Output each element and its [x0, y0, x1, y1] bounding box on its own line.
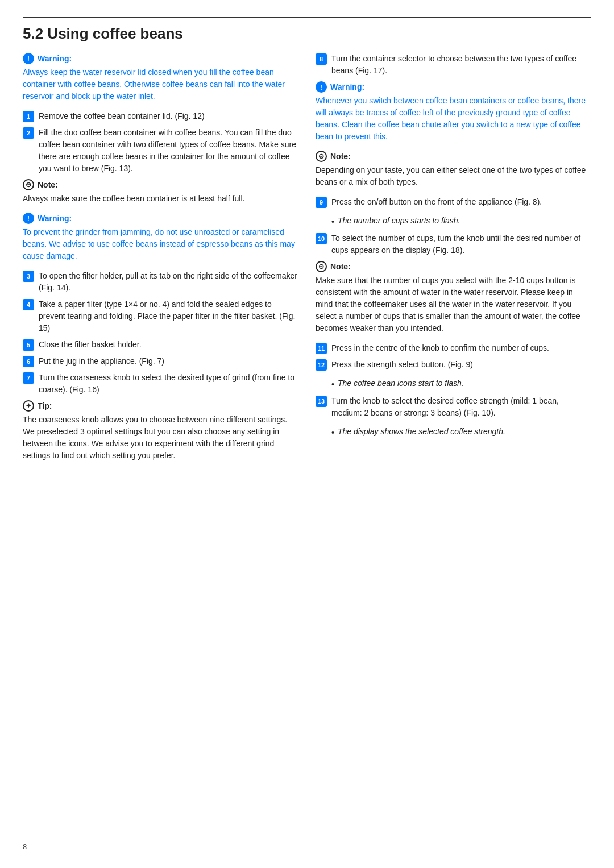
bullet-text-9: The number of cups starts to flash.: [338, 215, 460, 227]
step-text-9: Press the on/off button on the front of …: [331, 196, 542, 208]
step-item-1: 1 Remove the coffee bean container lid. …: [23, 110, 298, 122]
note-section-3: ⊝ Note: Make sure that the number of cup…: [316, 261, 591, 334]
warning-label-3: ! Warning:: [316, 81, 591, 93]
step-badge-4: 4: [23, 299, 34, 310]
step-item-4: 4 Take a paper filter (type 1×4 or no. 4…: [23, 298, 298, 334]
note-icon-2: ⊝: [316, 151, 327, 162]
step-item-3: 3 To open the filter holder, pull at its…: [23, 270, 298, 294]
note-label-2: ⊝ Note:: [316, 151, 591, 162]
step-item-9: 9 Press the on/off button on the front o…: [316, 196, 591, 228]
step-item-7: 7 Turn the coarseness knob to select the…: [23, 372, 298, 396]
note-icon-3: ⊝: [316, 261, 327, 272]
step-list-e: 11 Press in the centre of the knob to co…: [316, 342, 591, 439]
step-item-10: 10 To select the number of cups, turn th…: [316, 232, 591, 256]
step-list-b: 3 To open the filter holder, pull at its…: [23, 270, 298, 396]
step-badge-13: 13: [316, 396, 327, 407]
warning-section-2: ! Warning: To prevent the grinder from j…: [23, 213, 298, 262]
step-text-4: Take a paper filter (type 1×4 or no. 4) …: [39, 298, 298, 334]
bullet-item-9: • The number of cups starts to flash.: [331, 215, 460, 228]
step-badge-3: 3: [23, 271, 34, 282]
step-item-11: 11 Press in the centre of the knob to co…: [316, 342, 591, 354]
step-badge-2: 2: [23, 127, 34, 139]
note-section-1: ⊝ Note: Always make sure the coffee bean…: [23, 179, 298, 205]
bullet-dot-9: •: [331, 216, 334, 228]
right-column: 8 Turn the container selector to choose …: [316, 53, 591, 470]
bullet-dot-12: •: [331, 379, 334, 391]
step-badge-6: 6: [23, 356, 34, 367]
step-badge-1: 1: [23, 111, 34, 122]
note-label-3: ⊝ Note:: [316, 261, 591, 272]
step-list-c: 8 Turn the container selector to choose …: [316, 53, 591, 77]
step-text-1: Remove the coffee bean container lid. (F…: [39, 110, 298, 122]
page-number: 8: [23, 842, 27, 851]
warning-label-1: ! Warning:: [23, 53, 298, 64]
step-item-12: 12 Press the strength select button. (Fi…: [316, 359, 591, 391]
step-text-3: To open the filter holder, pull at its t…: [39, 270, 298, 294]
step-text-13: Turn the knob to select the desired coff…: [331, 395, 591, 419]
step-list-d: 9 Press the on/off button on the front o…: [316, 196, 591, 256]
step-text-8: Turn the container selector to choose be…: [331, 53, 591, 77]
step-badge-8: 8: [316, 53, 327, 65]
step-text-12: Press the strength select button. (Fig. …: [331, 359, 473, 371]
note-section-2: ⊝ Note: Depending on your taste, you can…: [316, 151, 591, 188]
step-item-13: 13 Turn the knob to select the desired c…: [316, 395, 591, 439]
step-badge-7: 7: [23, 372, 34, 384]
tip-label-1: ✦ Tip:: [23, 400, 298, 412]
step-badge-9: 9: [316, 197, 327, 208]
warning-section-1: ! Warning: Always keep the water reservo…: [23, 53, 298, 102]
step-text-6: Put the jug in the appliance. (Fig. 7): [39, 355, 298, 367]
step-item-2: 2 Fill the duo coffee bean container wit…: [23, 127, 298, 175]
note-icon-1: ⊝: [23, 179, 34, 190]
warning-label-2: ! Warning:: [23, 213, 298, 224]
warning-icon-1: !: [23, 53, 34, 64]
bullet-dot-13: •: [331, 427, 334, 439]
step-text-2: Fill the duo coffee bean container with …: [39, 127, 298, 175]
warning-text-2: To prevent the grinder from jamming, do …: [23, 226, 298, 262]
note-text-3: Make sure that the number of cups you se…: [316, 275, 591, 334]
bullet-text-13: The display shows the selected coffee st…: [338, 426, 505, 438]
warning-icon-3: !: [316, 81, 327, 93]
step-text-10: To select the number of cups, turn the k…: [331, 232, 591, 256]
warning-text-3: Whenever you switch between coffee bean …: [316, 95, 591, 143]
bullet-text-12: The coffee bean icons start to flash.: [338, 377, 464, 389]
step-list-a: 1 Remove the coffee bean container lid. …: [23, 110, 298, 175]
warning-text-1: Always keep the water reservoir lid clos…: [23, 67, 298, 102]
step-item-6: 6 Put the jug in the appliance. (Fig. 7): [23, 355, 298, 367]
left-column: ! Warning: Always keep the water reservo…: [23, 53, 298, 470]
note-text-2: Depending on your taste, you can either …: [316, 164, 591, 188]
tip-icon-1: ✦: [23, 400, 34, 412]
page-title: 5.2 Using coffee beans: [23, 17, 591, 43]
note-text-1: Always make sure the coffee bean contain…: [23, 193, 298, 205]
note-label-1: ⊝ Note:: [23, 179, 298, 190]
step-item-8: 8 Turn the container selector to choose …: [316, 53, 591, 77]
bullet-item-13: • The display shows the selected coffee …: [331, 426, 505, 439]
step-badge-5: 5: [23, 339, 34, 351]
tip-text-1: The coarseness knob allows you to choose…: [23, 414, 298, 462]
step-text-7: Turn the coarseness knob to select the d…: [39, 372, 298, 396]
warning-icon-2: !: [23, 213, 34, 224]
step-badge-12: 12: [316, 359, 327, 371]
step-text-11: Press in the centre of the knob to confi…: [331, 342, 591, 354]
step-text-5: Close the filter basket holder.: [39, 339, 298, 351]
tip-section-1: ✦ Tip: The coarseness knob allows you to…: [23, 400, 298, 462]
bullet-item-12: • The coffee bean icons start to flash.: [331, 377, 464, 391]
step-item-5: 5 Close the filter basket holder.: [23, 339, 298, 351]
step-badge-11: 11: [316, 343, 327, 354]
warning-section-3: ! Warning: Whenever you switch between c…: [316, 81, 591, 143]
step-badge-10: 10: [316, 233, 327, 244]
